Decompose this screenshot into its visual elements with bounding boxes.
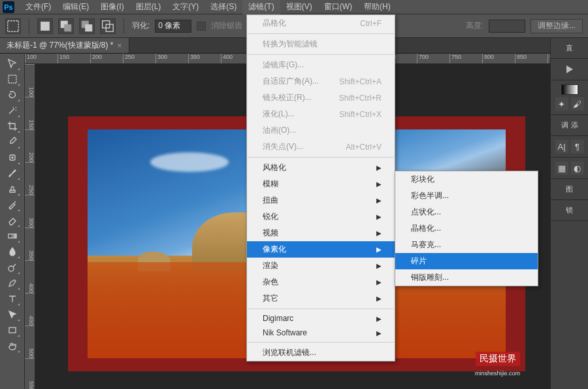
submenu-item-color-halftone[interactable]: 彩色半调... <box>395 188 538 204</box>
menu-item-last-filter[interactable]: 晶格化Ctrl+F <box>247 15 395 31</box>
history-brush-tool[interactable] <box>5 197 20 212</box>
svg-rect-8 <box>8 75 16 83</box>
submenu-item-pointillize[interactable]: 点状化... <box>395 204 538 220</box>
hand-tool[interactable] <box>5 339 20 353</box>
ruler-vertical: 100150200250300350400450500550600650 <box>25 64 35 389</box>
submenu-item-mosaic[interactable]: 马赛克... <box>395 237 538 253</box>
menu-item-pixelate[interactable]: 像素化▶ 彩块化 彩色半调... 点状化... 晶格化... 马赛克... 碎片… <box>247 241 395 258</box>
menu-help[interactable]: 帮助(H) <box>358 0 397 14</box>
feather-input[interactable] <box>155 20 191 33</box>
menu-item-filter-gallery[interactable]: 滤镜库(G)... <box>247 57 395 73</box>
menu-item-digimarc[interactable]: Digimarc▶ <box>247 311 395 326</box>
brush-preset-icon[interactable]: ✦ <box>555 97 568 110</box>
submenu-item-crystallize[interactable]: 晶格化... <box>395 220 538 237</box>
selection-new-icon[interactable] <box>37 18 53 34</box>
separator <box>123 18 124 34</box>
document-tab[interactable]: 未标题-1 @ 77%(快速蒙版/8) * × <box>0 38 129 53</box>
move-tool[interactable] <box>5 56 20 71</box>
menu-image[interactable]: 图像(I) <box>95 0 129 14</box>
brush-tool[interactable] <box>5 166 20 180</box>
menu-item-browse-online[interactable]: 浏览联机滤镜... <box>247 345 395 361</box>
clone-stamp-tool[interactable] <box>5 182 20 196</box>
type-tool[interactable] <box>5 292 20 306</box>
char-icon[interactable]: A| <box>555 140 568 153</box>
dodge-tool[interactable] <box>5 260 20 275</box>
menu-item-lens-correction[interactable]: 镜头校正(R)...Shift+Ctrl+R <box>247 90 395 106</box>
menu-item-distort[interactable]: 扭曲▶ <box>247 192 395 209</box>
height-input[interactable] <box>489 20 525 33</box>
menu-filter[interactable]: 滤镜(T) <box>242 0 280 14</box>
menu-item-adaptive-wide[interactable]: 自适应广角(A)...Shift+Ctrl+A <box>247 73 395 90</box>
watermark-url: minsheshijie.com <box>475 370 520 377</box>
menu-item-convert-smart[interactable]: 转换为智能滤镜 <box>247 36 395 52</box>
play-icon[interactable] <box>566 65 573 73</box>
pen-tool[interactable] <box>5 276 20 290</box>
crop-tool[interactable] <box>5 119 20 133</box>
swatch-icon[interactable] <box>561 84 578 95</box>
separator <box>248 54 394 55</box>
panel-tab[interactable]: 锁 <box>566 204 573 216</box>
pixelate-submenu: 彩块化 彩色半调... 点状化... 晶格化... 马赛克... 碎片 铜版雕刻… <box>395 171 538 286</box>
watermark: 民摄世界 <box>476 352 520 366</box>
separator <box>248 33 394 34</box>
height-label: 高度: <box>466 20 483 31</box>
menu-window[interactable]: 窗口(W) <box>318 0 358 14</box>
menu-item-stylize[interactable]: 风格化▶ <box>247 160 395 176</box>
menu-item-liquify[interactable]: 液化(L)...Shift+Ctrl+X <box>247 106 395 122</box>
selection-intersect-icon[interactable] <box>100 18 116 34</box>
menu-edit[interactable]: 编辑(E) <box>57 0 95 14</box>
blur-tool[interactable] <box>5 245 20 259</box>
para-icon[interactable]: ¶ <box>571 140 584 153</box>
panel-tab[interactable]: 图 <box>566 183 573 195</box>
menu-item-sharpen[interactable]: 锐化▶ <box>247 209 395 225</box>
separator <box>248 157 394 158</box>
marquee-tool[interactable] <box>5 72 20 86</box>
submenu-item-mezzotint[interactable]: 铜版雕刻... <box>395 269 538 286</box>
menu-type[interactable]: 文字(Y) <box>167 0 204 14</box>
svg-rect-10 <box>8 234 16 238</box>
right-panel-strip: 直 ✦🖌 调添 A|¶ ▦◐ 图 锁 <box>550 38 588 389</box>
eraser-tool[interactable] <box>5 213 20 228</box>
menu-item-oil-paint[interactable]: 油画(O)... <box>247 122 395 139</box>
menu-item-nik[interactable]: Nik Software▶ <box>247 326 395 340</box>
rectangle-tool[interactable] <box>5 323 20 337</box>
panel-tab[interactable]: 调 <box>561 119 568 131</box>
menu-layer[interactable]: 图层(L) <box>130 0 167 14</box>
selection-add-icon[interactable] <box>58 18 74 34</box>
path-selection-tool[interactable] <box>5 307 20 322</box>
menu-item-vanishing-point[interactable]: 消失点(V)...Alt+Ctrl+V <box>247 139 395 155</box>
menu-file[interactable]: 文件(F) <box>20 0 57 14</box>
app-logo: Ps <box>3 1 14 13</box>
panel-tab[interactable]: 添 <box>571 119 578 131</box>
menu-item-noise[interactable]: 杂色▶ <box>247 274 395 290</box>
submenu-item-facet[interactable]: 彩块化 <box>395 171 538 188</box>
svg-rect-3 <box>64 24 71 31</box>
menu-item-render[interactable]: 渲染▶ <box>247 258 395 274</box>
layers-icon[interactable]: ▦ <box>555 161 568 175</box>
separator <box>29 18 29 34</box>
menu-view[interactable]: 视图(V) <box>280 0 318 14</box>
separator <box>248 309 394 309</box>
filter-menu-dropdown: 晶格化Ctrl+F 转换为智能滤镜 滤镜库(G)... 自适应广角(A)...S… <box>246 14 395 362</box>
tab-title: 未标题-1 @ 77%(快速蒙版/8) * <box>7 40 114 51</box>
gradient-tool[interactable] <box>5 229 20 243</box>
submenu-item-fragment[interactable]: 碎片 <box>395 253 538 269</box>
menu-select[interactable]: 选择(S) <box>204 0 242 14</box>
antialias-label: 消除锯齿 <box>211 20 242 31</box>
healing-brush-tool[interactable] <box>5 150 20 165</box>
magic-wand-tool[interactable] <box>5 103 20 118</box>
tool-preset-icon[interactable] <box>5 18 21 34</box>
adjustments-icon[interactable]: ◐ <box>571 161 584 175</box>
selection-subtract-icon[interactable] <box>79 18 95 34</box>
menu-item-video[interactable]: 视频▶ <box>247 225 395 241</box>
close-icon[interactable]: × <box>118 41 122 50</box>
separator <box>248 342 394 343</box>
eyedropper-tool[interactable] <box>5 135 20 149</box>
menu-item-other[interactable]: 其它▶ <box>247 290 395 307</box>
brush-icon[interactable]: 🖌 <box>571 97 584 110</box>
panel-tab[interactable]: 直 <box>566 42 573 54</box>
antialias-checkbox[interactable] <box>197 22 206 31</box>
refine-edge-button[interactable]: 调整边缘... <box>531 19 583 33</box>
menu-item-blur[interactable]: 模糊▶ <box>247 176 395 192</box>
lasso-tool[interactable] <box>5 88 20 102</box>
